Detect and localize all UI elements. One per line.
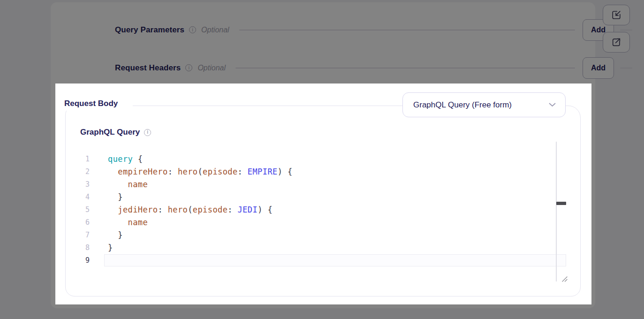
editor-gutter: 123456789 — [70, 153, 90, 267]
section-divider — [235, 68, 575, 68]
collapse-editor-icon — [611, 10, 621, 20]
line-number: 4 — [70, 191, 90, 204]
code-line: } — [108, 242, 293, 254]
section-request-headers: Request Headers Optional Add — [115, 57, 632, 79]
add-request-header-button[interactable]: Add — [583, 57, 614, 79]
body-type-select[interactable]: GraphQL Query (Free form) — [402, 92, 566, 117]
code-line: query { — [108, 153, 293, 166]
section-divider-end — [620, 30, 632, 30]
code-line: } — [108, 229, 293, 242]
resize-grip-icon[interactable] — [561, 275, 568, 282]
app-canvas: Query Parameters Optional Add Request He… — [0, 0, 644, 319]
chevron-down-icon — [549, 103, 556, 107]
code-line: name — [108, 178, 293, 191]
info-icon[interactable] — [189, 26, 196, 33]
code-line: empireHero: hero(episode: EMPIRE) { — [108, 166, 293, 178]
line-number: 3 — [70, 178, 90, 191]
line-number: 9 — [70, 254, 90, 267]
optional-label: Optional — [197, 64, 226, 72]
line-number: 7 — [70, 229, 90, 242]
graphql-query-label: GraphQL Query — [80, 128, 140, 137]
line-number: 8 — [70, 242, 90, 254]
section-divider — [239, 30, 575, 30]
line-number: 1 — [70, 153, 90, 166]
request-body-title: Request Body — [64, 97, 133, 111]
line-number: 6 — [70, 216, 90, 229]
code-line: } — [108, 191, 293, 204]
section-title: Request Headers — [115, 63, 181, 73]
editor-scrollbar-thumb[interactable] — [556, 202, 566, 205]
graphql-query-label-row: GraphQL Query — [80, 126, 151, 138]
line-number: 5 — [70, 204, 90, 216]
info-icon[interactable] — [185, 64, 192, 71]
open-new-window-button[interactable] — [603, 32, 630, 53]
section-title: Query Parameters — [115, 25, 184, 35]
section-query-parameters: Query Parameters Optional Add — [115, 19, 632, 41]
section-divider-end — [620, 68, 632, 68]
code-line: name — [108, 216, 293, 229]
open-in-new-window-icon — [611, 37, 621, 47]
editor-code[interactable]: query { empireHero: hero(episode: EMPIRE… — [108, 153, 293, 267]
collapse-editor-button[interactable] — [603, 5, 630, 25]
body-type-selected-value: GraphQL Query (Free form) — [413, 100, 512, 110]
optional-label: Optional — [201, 26, 229, 34]
info-icon[interactable] — [144, 129, 151, 136]
editor-scrollbar-track — [556, 142, 557, 281]
line-number: 2 — [70, 166, 90, 178]
code-line — [108, 254, 293, 267]
code-line: jediHero: hero(episode: JEDI) { — [108, 204, 293, 216]
